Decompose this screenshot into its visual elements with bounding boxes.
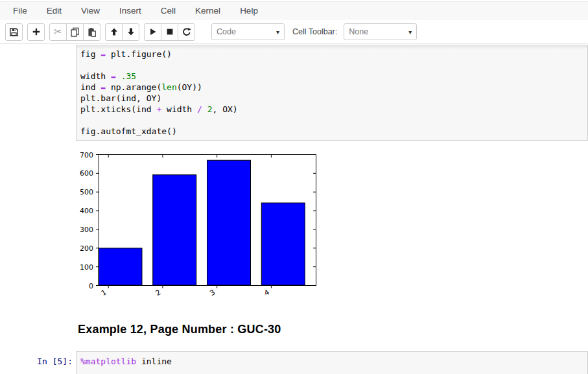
restart-kernel-button[interactable] xyxy=(178,23,195,41)
menu-view[interactable]: View xyxy=(71,2,110,20)
code-line: ind = np.arange(len(OY)) xyxy=(80,82,582,93)
menu-cell[interactable]: Cell xyxy=(151,2,185,20)
add-cell-button[interactable] xyxy=(27,23,45,41)
code-editor[interactable]: %matplotlib inline xyxy=(76,352,587,367)
chart-bar xyxy=(261,203,305,285)
menu-edit[interactable]: Edit xyxy=(37,2,71,20)
code-line xyxy=(80,60,582,71)
menu-help[interactable]: Help xyxy=(230,2,268,20)
y-tick-label: 200 xyxy=(80,244,93,253)
code-line: %matplotlib inline xyxy=(80,356,582,367)
y-tick-label: 0 xyxy=(89,282,93,290)
chevron-down-icon: ▾ xyxy=(276,29,279,36)
copy-cell-button[interactable] xyxy=(66,23,84,41)
move-cell-down-button[interactable] xyxy=(122,23,139,41)
cell-type-select[interactable]: Code ▾ xyxy=(211,23,285,40)
add-group xyxy=(27,23,45,41)
code-line: plt.bar(ind, OY) xyxy=(80,93,582,104)
edit-group: ✂ xyxy=(49,23,100,41)
x-tick-label: 2 xyxy=(154,288,163,298)
move-cell-up-button[interactable] xyxy=(105,23,123,41)
toolbar: ✂ xyxy=(0,20,588,44)
menu-insert[interactable]: Insert xyxy=(110,2,151,20)
x-tick-label: 4 xyxy=(263,288,271,298)
cell-output-chart: 01002003004005006007001234 xyxy=(78,148,321,299)
cut-cell-button[interactable]: ✂ xyxy=(49,23,67,41)
y-tick-label: 700 xyxy=(80,151,93,159)
move-up-icon xyxy=(110,27,119,36)
code-line xyxy=(80,115,582,126)
save-button[interactable] xyxy=(5,23,23,41)
cell-type-selected-value: Code xyxy=(217,27,236,36)
chart-bar xyxy=(207,160,251,285)
notebook-area: fig = plt.figure() width = .35ind = np.a… xyxy=(0,44,588,374)
menubar: File Edit View Insert Cell Kernel Help xyxy=(0,1,588,21)
y-tick-label: 500 xyxy=(80,188,93,196)
cut-icon: ✂ xyxy=(54,27,62,37)
save-icon xyxy=(9,27,19,37)
cell-toolbar-label: Cell Toolbar: xyxy=(292,27,337,36)
code-line: plt.xticks(ind + width / 2, OX) xyxy=(80,104,582,115)
restart-icon xyxy=(182,27,191,36)
y-tick-label: 600 xyxy=(80,169,93,178)
menu-file[interactable]: File xyxy=(3,2,37,20)
save-group xyxy=(5,23,23,41)
run-group xyxy=(144,23,195,41)
chart-bar xyxy=(153,175,196,285)
bar-chart: 01002003004005006007001234 xyxy=(78,148,321,299)
y-tick-label: 100 xyxy=(80,263,93,272)
code-line: width = .35 xyxy=(80,71,582,82)
jupyter-notebook-window: { "menubar": { "items": ["File", "Edit",… xyxy=(0,0,588,374)
chevron-down-icon: ▾ xyxy=(408,29,412,36)
run-cell-button[interactable] xyxy=(144,23,161,41)
move-down-icon xyxy=(126,27,135,36)
paste-cell-button[interactable] xyxy=(83,23,100,41)
x-tick-label: 1 xyxy=(100,288,108,298)
input-prompt: In [5]: xyxy=(17,356,73,367)
move-group xyxy=(105,23,139,41)
stop-icon xyxy=(165,27,174,36)
code-line: fig = plt.figure() xyxy=(80,49,582,60)
menu-kernel[interactable]: Kernel xyxy=(185,2,230,20)
x-tick-label: 3 xyxy=(209,288,217,298)
paste-icon xyxy=(87,27,97,37)
code-cell-input[interactable]: %matplotlib inline xyxy=(76,351,588,374)
code-editor[interactable]: fig = plt.figure() width = .35ind = np.a… xyxy=(76,45,587,137)
run-icon xyxy=(148,27,158,36)
markdown-heading: Example 12, Page Number : GUC-30 xyxy=(78,323,281,336)
y-tick-label: 300 xyxy=(80,226,93,234)
code-cell-input[interactable]: fig = plt.figure() width = .35ind = np.a… xyxy=(76,45,588,141)
copy-icon xyxy=(70,27,80,37)
cell-toolbar-selected-value: None xyxy=(349,27,368,36)
interrupt-kernel-button[interactable] xyxy=(161,23,178,41)
add-cell-icon xyxy=(32,27,41,36)
chart-bar xyxy=(99,248,142,285)
y-tick-label: 400 xyxy=(80,207,93,215)
cell-toolbar-select[interactable]: None ▾ xyxy=(344,23,417,40)
code-line: fig.autofmt_xdate() xyxy=(80,126,582,137)
